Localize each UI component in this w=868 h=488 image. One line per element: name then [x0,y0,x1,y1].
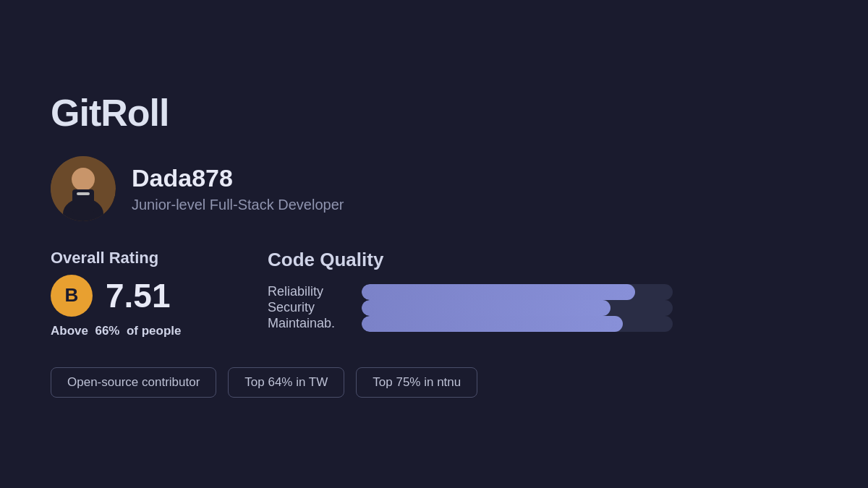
metric-name: Security [268,300,347,315]
user-role: Junior-level Full-Stack Developer [132,197,344,213]
main-card: GitRoll Dada878 Junior-level Full-Stack … [0,51,868,437]
bar-fill [362,316,623,332]
code-quality-label: Code Quality [268,249,817,271]
bar-track [362,316,673,332]
tag: Top 64% in TW [228,367,344,398]
app-title: GitRoll [51,91,817,134]
percentile-prefix: Above [51,324,88,338]
bar-fill [362,300,610,316]
metric-rows: Reliability Security Maintainab. [268,284,817,332]
percentile-text: Above 66% of people [51,324,210,338]
metric-row: Reliability [268,284,817,300]
svg-rect-4 [77,192,90,195]
percentile-value: 66% [95,324,119,338]
overall-rating: Overall Rating B 7.51 Above 66% of peopl… [51,249,210,338]
grade-badge: B [51,275,93,317]
username: Dada878 [132,164,344,192]
metric-row: Maintainab. [268,316,817,332]
metric-name: Reliability [268,284,347,299]
score-number: 7.51 [106,276,171,315]
bar-track [362,300,673,316]
user-info: Dada878 Junior-level Full-Stack Develope… [132,164,344,213]
tag: Top 75% in ntnu [356,367,477,398]
metric-row: Security [268,300,817,316]
metrics-section: Overall Rating B 7.51 Above 66% of peopl… [51,249,817,338]
bar-track [362,284,673,300]
tag: Open-source contributor [51,367,216,398]
rating-label: Overall Rating [51,249,210,267]
avatar [51,156,116,221]
tags-section: Open-source contributorTop 64% in TWTop … [51,367,817,398]
svg-point-1 [72,168,95,191]
metric-name: Maintainab. [268,316,347,331]
code-quality-section: Code Quality Reliability Security Mainta… [268,249,817,332]
bar-fill [362,284,635,300]
rating-score: B 7.51 [51,275,210,317]
user-section: Dada878 Junior-level Full-Stack Develope… [51,156,817,221]
percentile-suffix: of people [127,324,182,338]
